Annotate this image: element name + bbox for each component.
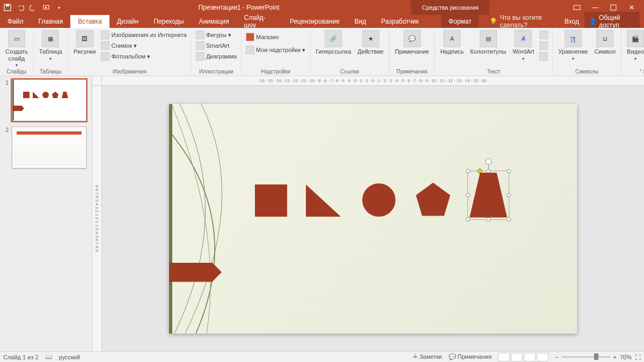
- chart-button[interactable]: Диаграмма: [195, 51, 238, 61]
- ribbon-options-icon[interactable]: [569, 2, 585, 13]
- resize-handle-e[interactable]: [507, 193, 511, 197]
- header-footer-button[interactable]: ▤Колонтитулы: [468, 29, 508, 56]
- shape-arrow-pentagon[interactable]: [169, 263, 222, 282]
- tab-developer[interactable]: Разработчик: [374, 15, 426, 28]
- pictures-button[interactable]: 🖼Рисунки: [71, 29, 98, 56]
- photo-album-icon: [101, 52, 109, 61]
- my-addins-button[interactable]: Мои надстройки ▾: [245, 45, 306, 55]
- resize-handle-se[interactable]: [507, 217, 511, 221]
- new-slide-button[interactable]: ▭Создать слайд▾: [3, 29, 30, 69]
- group-illustrations: Фигуры ▾ SmartArt Диаграмма Иллюстрации: [192, 28, 241, 76]
- thumb-number: 2: [5, 127, 10, 168]
- date-time-button[interactable]: [538, 30, 549, 40]
- tab-view[interactable]: Вид: [347, 15, 374, 28]
- resize-handle-w[interactable]: [466, 193, 470, 197]
- redo-icon[interactable]: [29, 3, 38, 12]
- action-button[interactable]: ★Действие: [355, 29, 385, 56]
- resize-handle-s[interactable]: [486, 217, 491, 221]
- sorter-view-icon[interactable]: [511, 353, 523, 361]
- vertical-ruler[interactable]: 9 8 7 6 5 4 3 2 1 0 1 2 3 4 5 6 7 8 9: [92, 86, 102, 351]
- shape-trapezoid[interactable]: [470, 173, 507, 218]
- comments-button[interactable]: 💬 Примечания: [449, 353, 492, 360]
- pictures-icon: 🖼: [76, 30, 93, 47]
- sign-in-link[interactable]: Вход: [565, 18, 579, 25]
- tab-slideshow[interactable]: Слайд-шоу: [237, 15, 282, 28]
- svg-rect-3: [574, 5, 580, 10]
- maximize-icon[interactable]: [605, 2, 621, 13]
- tab-insert[interactable]: Вставка: [70, 15, 109, 28]
- thumb-number: 1: [5, 79, 10, 121]
- wisp-decoration: [169, 104, 303, 334]
- symbol-button[interactable]: ΩСимвол: [592, 29, 618, 56]
- tab-review[interactable]: Рецензирование: [282, 15, 347, 28]
- undo-icon[interactable]: [16, 3, 25, 12]
- language-status[interactable]: русский: [59, 354, 80, 360]
- slide-thumbnail-2[interactable]: [12, 127, 86, 168]
- zoom-slider[interactable]: [562, 356, 610, 358]
- photo-album-button[interactable]: Фотоальбом ▾: [100, 51, 187, 61]
- view-buttons: [498, 353, 548, 361]
- collapse-ribbon-icon[interactable]: ˄: [639, 69, 642, 75]
- shapes-button[interactable]: Фигуры ▾: [195, 30, 238, 40]
- resize-handle-ne[interactable]: [507, 169, 511, 173]
- wordart-button[interactable]: AWordArt▾: [510, 29, 536, 62]
- online-images-button[interactable]: Изображения из Интернета: [100, 30, 187, 40]
- resize-handle-sw[interactable]: [466, 217, 470, 221]
- canvas[interactable]: [102, 86, 644, 351]
- spellcheck-icon[interactable]: 📖: [45, 353, 53, 360]
- reading-view-icon[interactable]: [524, 353, 536, 361]
- shape-square[interactable]: [255, 184, 287, 217]
- store-button[interactable]: Магазин: [245, 32, 306, 42]
- smartart-button[interactable]: SmartArt: [195, 41, 238, 50]
- object-icon: [539, 52, 548, 61]
- save-icon[interactable]: [3, 3, 12, 12]
- table-button[interactable]: ▦Таблица▾: [37, 29, 64, 62]
- shape-pentagon[interactable]: [416, 183, 450, 216]
- edit-area: · 16 · 15 · 14 · 13 · 12 · 11 · 10 · 9 ·…: [92, 76, 644, 351]
- equation-button[interactable]: πУравнение▾: [556, 29, 590, 62]
- slide-counter[interactable]: Слайд 1 из 2: [3, 354, 39, 360]
- comment-icon: 💬: [404, 30, 421, 47]
- screenshot-button[interactable]: Снимок ▾: [100, 41, 187, 50]
- notes-button[interactable]: ≟ Заметки: [413, 353, 442, 360]
- zoom-in-icon[interactable]: +: [613, 354, 617, 360]
- textbox-icon: A: [443, 30, 460, 47]
- group-comments: 💬Примечание Примечания: [390, 28, 435, 76]
- shape-right-triangle[interactable]: [306, 184, 341, 217]
- person-icon: 👤: [589, 18, 597, 25]
- tab-file[interactable]: Файл: [0, 15, 31, 28]
- tab-transitions[interactable]: Переходы: [146, 15, 191, 28]
- slide-thumbnail-1[interactable]: [12, 79, 86, 121]
- tab-format[interactable]: Формат: [441, 15, 479, 28]
- tab-animations[interactable]: Анимация: [191, 15, 236, 28]
- normal-view-icon[interactable]: [498, 353, 510, 361]
- shape-circle[interactable]: [362, 183, 396, 217]
- slide[interactable]: [169, 104, 577, 334]
- start-from-beginning-icon[interactable]: [42, 3, 50, 12]
- hyperlink-button[interactable]: 🔗Гиперссылка: [313, 29, 353, 56]
- object-button[interactable]: [538, 51, 549, 61]
- minimize-icon[interactable]: —: [587, 2, 603, 13]
- qat-dropdown-icon[interactable]: ▾: [55, 3, 63, 12]
- tab-home[interactable]: Главная: [31, 15, 71, 28]
- tab-design[interactable]: Дизайн: [109, 15, 146, 28]
- resize-handle-n[interactable]: [486, 169, 491, 173]
- textbox-button[interactable]: AНадпись: [438, 29, 466, 56]
- fit-to-window-icon[interactable]: ⛶: [635, 354, 641, 360]
- hyperlink-icon: 🔗: [325, 30, 342, 47]
- wordart-icon: A: [515, 30, 532, 47]
- table-icon: ▦: [42, 30, 59, 47]
- comment-button[interactable]: 💬Примечание: [393, 29, 431, 56]
- zoom-level[interactable]: 70%: [620, 354, 632, 360]
- tell-me-search[interactable]: 💡Что вы хотите сделать?: [489, 14, 564, 29]
- ribbon: ▭Создать слайд▾ Слайды ▦Таблица▾ Таблицы…: [0, 28, 644, 76]
- resize-handle-nw[interactable]: [466, 169, 470, 173]
- horizontal-ruler[interactable]: · 16 · 15 · 14 · 13 · 12 · 11 · 10 · 9 ·…: [102, 76, 644, 86]
- group-slides: ▭Создать слайд▾ Слайды: [0, 28, 34, 76]
- slide-number-button[interactable]: [538, 41, 549, 50]
- video-button[interactable]: 🎬Видео▾: [625, 29, 644, 62]
- slideshow-view-icon[interactable]: [537, 353, 548, 361]
- zoom-out-icon[interactable]: −: [555, 354, 558, 360]
- close-icon[interactable]: ✕: [624, 2, 640, 13]
- rotation-handle[interactable]: [485, 158, 492, 165]
